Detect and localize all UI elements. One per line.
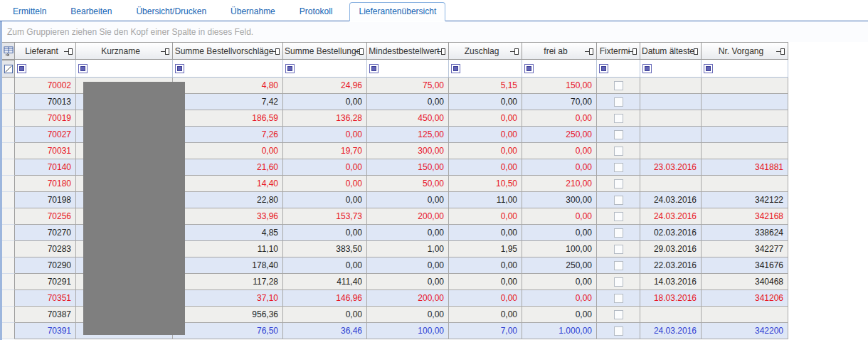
cell-summe_best[interactable]: 0,00 [283,257,367,274]
cell-summe_bv[interactable]: 11,10 [173,241,283,257]
cell-summe_bv[interactable]: 76,50 [173,323,283,339]
fixtermin-checkbox[interactable] [614,228,623,238]
cell-datum[interactable] [640,143,702,159]
filter-operator-button[interactable] [524,64,534,73]
filter-input-nr[interactable] [714,60,788,77]
row-indicator[interactable] [2,225,15,241]
cell-nr[interactable] [702,127,788,143]
filter-input-lieferant[interactable] [28,60,75,77]
cell-lieferant[interactable]: 70270 [15,225,76,241]
cell-fixtermin[interactable] [597,225,640,241]
cell-mindest[interactable]: 50,00 [367,176,449,192]
cell-zuschlag[interactable]: 0,00 [449,290,522,307]
cell-lieferant[interactable]: 70198 [15,192,76,208]
cell-nr[interactable]: 341881 [702,159,788,176]
row-indicator[interactable] [2,257,15,274]
cell-frei_ab[interactable]: 0,00 [522,274,597,290]
column-header-summe_best[interactable]: Summe Bestellunge [283,42,367,60]
cell-datum[interactable]: 18.03.2016 [640,290,702,307]
cell-zuschlag[interactable]: 1,95 [449,241,522,257]
fixtermin-checkbox[interactable] [614,294,623,303]
cell-nr[interactable]: 341206 [702,290,788,307]
cell-lieferant[interactable]: 70019 [15,110,76,127]
cell-mindest[interactable]: 100,00 [367,323,449,339]
row-indicator[interactable] [2,176,15,192]
tab-bearbeiten[interactable]: Bearbeiten [63,2,119,21]
cell-fixtermin[interactable] [597,78,640,94]
cell-zuschlag[interactable]: 0,00 [449,208,522,225]
fixtermin-checkbox[interactable] [614,212,623,221]
filter-operator-button[interactable] [704,64,713,73]
cell-nr[interactable] [702,143,788,159]
cell-frei_ab[interactable]: 0,00 [522,307,597,323]
filter-editor-button[interactable] [2,60,15,78]
cell-mindest[interactable]: 0,00 [367,307,449,323]
cell-nr[interactable]: 340468 [702,274,788,290]
column-header-fixtermin[interactable]: Fixtermi [597,42,640,60]
cell-fixtermin[interactable] [597,110,640,127]
row-indicator[interactable] [2,241,15,257]
cell-summe_best[interactable]: 0,00 [283,307,367,323]
tab-lieferantenuebersicht[interactable]: Lieferantenübersicht [349,2,445,21]
row-indicator[interactable] [2,192,15,208]
column-header-nr[interactable]: Nr. Vorgang [702,42,788,60]
cell-nr[interactable]: 342200 [702,323,788,339]
filter-operator-button[interactable] [17,64,26,73]
cell-lieferant[interactable]: 70351 [15,290,76,307]
cell-mindest[interactable]: 0,00 [367,274,449,290]
cell-nr[interactable]: 342277 [702,241,788,257]
cell-frei_ab[interactable]: 0,00 [522,290,597,307]
cell-summe_best[interactable]: 383,50 [283,241,367,257]
cell-fixtermin[interactable] [597,94,640,110]
cell-summe_best[interactable]: 24,96 [283,78,367,94]
cell-datum[interactable]: 24.03.2016 [640,192,702,208]
cell-lieferant[interactable]: 70031 [15,143,76,159]
row-indicator[interactable] [2,323,15,339]
filter-input-zuschlag[interactable] [462,60,522,77]
filter-input-datum[interactable] [653,60,701,77]
cell-fixtermin[interactable] [597,143,640,159]
cell-lieferant[interactable]: 70283 [15,241,76,257]
cell-nr[interactable] [702,78,788,94]
cell-nr[interactable]: 341676 [702,257,788,274]
cell-mindest[interactable]: 0,00 [367,192,449,208]
cell-datum[interactable] [640,78,702,94]
column-header-kurzname[interactable]: Kurzname [76,42,173,60]
cell-summe_bv[interactable]: 14,40 [173,176,283,192]
fixtermin-checkbox[interactable] [614,261,623,270]
cell-zuschlag[interactable]: 0,00 [449,307,522,323]
column-header-zuschlag[interactable]: Zuschlag [449,42,522,60]
tab-protokoll[interactable]: Protokoll [292,2,340,21]
cell-zuschlag[interactable]: 7,00 [449,323,522,339]
fixtermin-checkbox[interactable] [614,81,623,90]
cell-summe_best[interactable]: 146,96 [283,290,367,307]
cell-summe_best[interactable]: 0,00 [283,192,367,208]
cell-mindest[interactable]: 0,00 [367,257,449,274]
cell-mindest[interactable]: 200,00 [367,290,449,307]
cell-summe_best[interactable]: 36,46 [283,323,367,339]
cell-lieferant[interactable]: 70180 [15,176,76,192]
cell-summe_best[interactable]: 0,00 [283,225,367,241]
column-header-mindest[interactable]: Mindestbestellwert [367,42,449,60]
filter-input-fixtermin[interactable] [610,60,640,77]
column-header-datum[interactable]: Datum ältester [640,42,702,60]
cell-frei_ab[interactable]: 210,00 [522,176,597,192]
cell-zuschlag[interactable]: 0,00 [449,274,522,290]
cell-summe_best[interactable]: 19,70 [283,143,367,159]
row-indicator[interactable] [2,94,15,110]
cell-frei_ab[interactable]: 150,00 [522,78,597,94]
cell-datum[interactable]: 14.03.2016 [640,274,702,290]
cell-fixtermin[interactable] [597,307,640,323]
cell-frei_ab[interactable]: 250,00 [522,257,597,274]
filter-input-summe_best[interactable] [296,60,366,77]
cell-summe_bv[interactable]: 186,59 [173,110,283,127]
filter-input-mindest[interactable] [380,60,448,77]
cell-zuschlag[interactable]: 0,00 [449,159,522,176]
filter-operator-button[interactable] [78,64,88,73]
cell-summe_bv[interactable]: 117,28 [173,274,283,290]
filter-operator-button[interactable] [599,64,608,73]
cell-fixtermin[interactable] [597,127,640,143]
cell-fixtermin[interactable] [597,274,640,290]
cell-nr[interactable] [702,110,788,127]
fixtermin-checkbox[interactable] [614,130,623,139]
